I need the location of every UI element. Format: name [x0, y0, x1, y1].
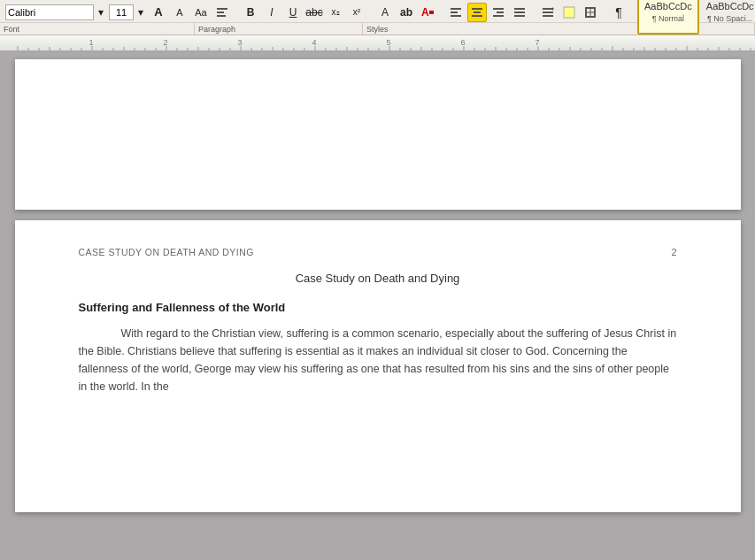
page-1	[15, 59, 741, 210]
style-normal-label: ¶ Normal	[652, 14, 684, 23]
svg-rect-15	[543, 8, 553, 10]
font-name-dropdown-btn[interactable]: ▾	[95, 3, 107, 22]
ruler-svg: 1 2 3 4 5 6 7	[0, 35, 755, 50]
ruler: 1 2 3 4 5 6 7	[0, 35, 755, 50]
font-size-dropdown-btn[interactable]: ▾	[135, 3, 147, 22]
svg-text:4: 4	[312, 38, 316, 47]
svg-text:7: 7	[535, 38, 539, 47]
text-effect-btn[interactable]: A	[375, 3, 395, 22]
svg-text:2: 2	[163, 38, 167, 47]
clear-format-btn[interactable]: Aa	[191, 3, 211, 22]
align-right-btn[interactable]	[489, 3, 508, 22]
align-left-btn[interactable]	[446, 3, 466, 22]
shading-btn[interactable]	[559, 3, 579, 22]
subscript-btn[interactable]: x₂	[326, 3, 345, 22]
font-name-dropdown[interactable]: Calibri ▾	[5, 3, 107, 22]
paragraph-section-label: Paragraph	[195, 23, 363, 35]
superscript-btn[interactable]: x²	[347, 3, 366, 22]
format-options-btn[interactable]	[212, 3, 232, 22]
svg-rect-16	[543, 12, 553, 13]
styles-section-label: Styles	[363, 23, 755, 35]
line-spacing-btn[interactable]	[538, 3, 558, 22]
svg-rect-4	[451, 12, 458, 13]
svg-rect-6	[472, 8, 482, 10]
svg-marker-18	[552, 7, 554, 11]
font-color-btn[interactable]: A	[418, 3, 437, 22]
svg-rect-19	[564, 7, 574, 18]
underline-btn[interactable]: U	[283, 3, 303, 22]
font-size-input[interactable]: 11	[109, 4, 134, 20]
page-number: 2	[671, 247, 676, 257]
style-no-spacing-label: ¶ No Spaci...	[707, 14, 752, 23]
svg-rect-8	[472, 15, 482, 17]
document-area: CASE STUDY ON DEATH AND DYING 2 Case Stu…	[0, 50, 755, 535]
style-no-spacing-preview: AaBbCcDc	[706, 1, 754, 12]
increase-font-btn[interactable]: A	[149, 3, 168, 22]
justify-btn[interactable]	[510, 3, 529, 22]
svg-rect-13	[514, 12, 525, 13]
svg-text:5: 5	[386, 38, 390, 47]
svg-text:3: 3	[237, 38, 242, 47]
font-section-label: Font	[0, 23, 195, 35]
svg-rect-3	[451, 8, 461, 10]
svg-rect-11	[493, 15, 504, 17]
style-normal-preview: AaBbCcDc	[644, 1, 692, 12]
svg-rect-2	[217, 15, 226, 17]
svg-rect-5	[451, 15, 461, 17]
svg-rect-12	[514, 8, 525, 10]
svg-rect-0	[217, 8, 227, 10]
svg-rect-10	[497, 12, 504, 13]
section-heading: Suffering and Fallenness of the World	[79, 301, 677, 314]
text-highlight-btn[interactable]: ab	[397, 3, 416, 22]
align-center-btn[interactable]	[467, 3, 487, 22]
svg-text:6: 6	[460, 38, 465, 47]
borders-btn[interactable]	[581, 3, 600, 22]
svg-rect-9	[493, 8, 504, 10]
font-name-input[interactable]: Calibri	[5, 4, 94, 20]
decrease-font-btn[interactable]: A	[170, 3, 189, 22]
page-2: CASE STUDY ON DEATH AND DYING 2 Case Stu…	[15, 220, 741, 512]
bold-btn[interactable]: B	[241, 3, 260, 22]
paragraph-1: With regard to the Christian view, suffe…	[79, 325, 677, 395]
show-para-marks-btn[interactable]: ¶	[609, 3, 628, 22]
svg-rect-17	[543, 15, 553, 17]
strikethrough-btn[interactable]: abc	[304, 3, 324, 22]
ribbon: Calibri ▾ 11 ▾ A A Aa B I U abc x₂ x² A …	[0, 0, 755, 35]
toolbar-section-labels: Font Paragraph Styles	[0, 23, 755, 35]
italic-btn[interactable]: I	[262, 3, 281, 22]
svg-text:1: 1	[89, 38, 93, 47]
svg-rect-7	[474, 12, 481, 13]
page-header: CASE STUDY ON DEATH AND DYING 2	[79, 247, 677, 257]
document-title: Case Study on Death and Dying	[79, 272, 677, 285]
page-header-text: CASE STUDY ON DEATH AND DYING	[79, 247, 254, 257]
svg-rect-1	[217, 12, 224, 13]
svg-rect-14	[514, 15, 525, 17]
